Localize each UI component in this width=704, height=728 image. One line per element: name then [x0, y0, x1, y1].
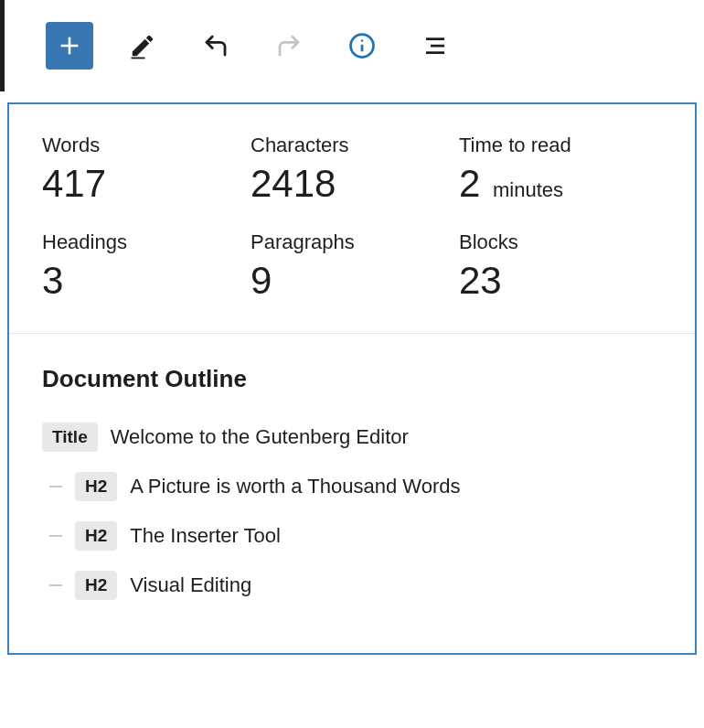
stat-value: 417: [42, 165, 245, 203]
stat-number: 2: [459, 162, 480, 205]
tree-dash-icon: [49, 486, 62, 487]
tree-dash-icon: [49, 584, 62, 586]
document-outline: Document Outline Title Welcome to the Gu…: [9, 334, 695, 600]
outline-text: A Picture is worth a Thousand Words: [130, 475, 460, 498]
svg-rect-7: [431, 45, 444, 48]
stat-value: 9: [251, 262, 453, 300]
svg-rect-2: [132, 58, 145, 59]
outline-icon: [421, 32, 449, 59]
undo-icon: [202, 32, 229, 59]
outline-item-h2[interactable]: H2 Visual Editing: [49, 571, 662, 600]
undo-button[interactable]: [192, 22, 240, 70]
list-view-button[interactable]: [411, 22, 459, 70]
info-icon: [348, 32, 376, 59]
stat-label: Headings: [42, 230, 245, 254]
outline-heading: Document Outline: [42, 365, 662, 393]
tree-dash-icon: [49, 535, 62, 537]
add-block-button[interactable]: [46, 22, 93, 70]
pencil-icon: [129, 32, 156, 59]
stats-grid: Words 417 Characters 2418 Time to read 2…: [9, 104, 695, 334]
stat-headings: Headings 3: [42, 230, 245, 300]
editor-toolbar: [0, 0, 704, 91]
heading-badge: H2: [75, 521, 117, 551]
stat-value: 2 minutes: [459, 165, 662, 203]
stat-paragraphs: Paragraphs 9: [251, 230, 453, 300]
details-button[interactable]: [338, 22, 386, 70]
stat-words: Words 417: [42, 134, 245, 203]
outline-item-h2[interactable]: H2 A Picture is worth a Thousand Words: [49, 472, 662, 501]
heading-badge: Title: [42, 423, 98, 452]
outline-text: Welcome to the Gutenberg Editor: [111, 425, 409, 449]
stat-label: Blocks: [459, 230, 662, 254]
stat-label: Words: [42, 134, 245, 157]
redo-button[interactable]: [265, 22, 313, 70]
redo-icon: [275, 32, 303, 59]
svg-point-5: [361, 39, 364, 42]
stat-time-to-read: Time to read 2 minutes: [459, 134, 662, 203]
stat-value: 23: [459, 262, 662, 300]
heading-badge: H2: [75, 571, 117, 600]
stat-characters: Characters 2418: [251, 134, 453, 203]
svg-rect-6: [426, 37, 444, 40]
outline-text: The Inserter Tool: [130, 524, 281, 548]
plus-icon: [57, 33, 82, 59]
outline-text: Visual Editing: [130, 573, 251, 597]
stat-label: Time to read: [459, 134, 662, 157]
stat-value: 2418: [251, 165, 453, 203]
outline-item-title[interactable]: Title Welcome to the Gutenberg Editor: [42, 423, 662, 452]
stat-value: 3: [42, 262, 245, 300]
stat-label: Characters: [251, 134, 453, 157]
svg-rect-8: [426, 51, 444, 54]
outline-item-h2[interactable]: H2 The Inserter Tool: [49, 521, 662, 551]
stat-label: Paragraphs: [251, 230, 453, 254]
details-panel: Words 417 Characters 2418 Time to read 2…: [7, 102, 697, 655]
tools-button[interactable]: [119, 22, 166, 70]
stat-unit: minutes: [493, 178, 563, 201]
stat-blocks: Blocks 23: [459, 230, 662, 300]
heading-badge: H2: [75, 472, 117, 501]
window-edge: [0, 0, 5, 91]
